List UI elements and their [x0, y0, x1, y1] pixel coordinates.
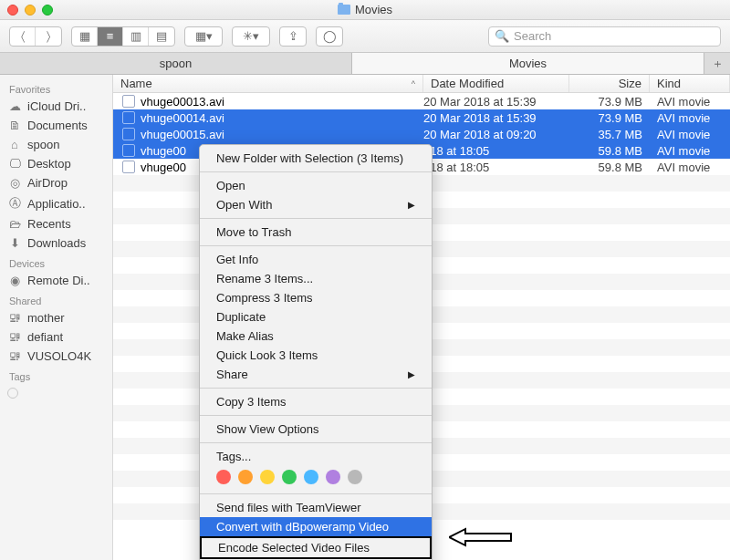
menu-item[interactable]: Convert with dBpoweramp Video: [200, 517, 432, 536]
share-button[interactable]: ⇪: [280, 27, 306, 46]
menu-item[interactable]: Share▶: [200, 365, 432, 384]
menu-separator: [200, 245, 432, 246]
action-button[interactable]: ✳▾: [233, 27, 269, 46]
file-size: 73.9 MB: [569, 111, 650, 125]
tag-color-dot[interactable]: [348, 470, 362, 484]
menu-item[interactable]: Open With▶: [200, 195, 432, 214]
file-name: vhuge00: [141, 144, 186, 158]
back-button[interactable]: 〈: [10, 27, 36, 46]
computer-icon: 🖳: [7, 349, 22, 363]
menu-item[interactable]: Send files with TeamViewer: [200, 498, 432, 517]
sidebar-item-desktop[interactable]: 🖵Desktop: [0, 154, 112, 173]
arrange-button[interactable]: ▦▾: [185, 27, 222, 46]
sidebar-item-documents[interactable]: 🗎Documents: [0, 116, 112, 135]
menu-separator: [200, 218, 432, 219]
gallery-view-button[interactable]: ▤: [149, 27, 174, 46]
file-date: 018 at 18:05: [423, 144, 569, 158]
search-placeholder: Search: [514, 29, 551, 43]
tag-color-dot[interactable]: [282, 470, 297, 484]
menu-item[interactable]: Quick Look 3 Items: [200, 346, 432, 365]
menu-separator: [200, 493, 432, 494]
menu-item[interactable]: Compress 3 Items: [200, 288, 432, 307]
sidebar-item-defiant[interactable]: 🖳defiant: [0, 327, 112, 347]
submenu-arrow-icon: ▶: [408, 200, 415, 210]
forward-button[interactable]: 〉: [36, 27, 61, 46]
menu-item[interactable]: Move to Trash: [200, 223, 432, 242]
menu-separator: [200, 442, 432, 443]
titlebar: Movies: [0, 0, 730, 20]
nav-back-forward: 〈 〉: [9, 26, 62, 47]
file-row[interactable]: vhuge00014.avi20 Mar 2018 at 15:3973.9 M…: [113, 109, 730, 126]
window-title-text: Movies: [355, 3, 392, 16]
menu-item[interactable]: Tags...: [200, 447, 432, 466]
sidebar-item-downloads[interactable]: ⬇Downloads: [0, 233, 112, 253]
column-header-size[interactable]: Size: [569, 75, 650, 92]
icon-view-button[interactable]: ▦: [72, 27, 98, 46]
menu-separator: [200, 388, 432, 389]
action-group: ✳▾: [232, 26, 270, 47]
window-title: Movies: [0, 3, 730, 16]
menu-item[interactable]: Open: [200, 176, 432, 195]
sidebar-item-remote-disk[interactable]: ◉Remote Di..: [0, 271, 112, 290]
column-view-button[interactable]: ▥: [123, 27, 149, 46]
tags-button[interactable]: ◯: [317, 27, 342, 46]
tag-dot[interactable]: [7, 388, 18, 399]
list-view-button[interactable]: ≡: [98, 27, 123, 46]
menu-separator: [200, 171, 432, 172]
search-input[interactable]: 🔍 Search: [488, 26, 721, 47]
menu-item[interactable]: New Folder with Selection (3 Items): [200, 149, 432, 168]
sidebar-item-mother[interactable]: 🖳mother: [0, 308, 112, 327]
file-name: vhuge00013.avi: [141, 95, 224, 109]
sidebar-item-applications[interactable]: ⒶApplicatio..: [0, 192, 112, 214]
file-icon: [122, 161, 135, 173]
menu-item[interactable]: Show View Options: [200, 420, 432, 439]
toolbar: 〈 〉 ▦ ≡ ▥ ▤ ▦▾ ✳▾ ⇪ ◯ 🔍 Search: [0, 20, 730, 53]
sort-asc-icon: ^: [412, 79, 415, 88]
column-header-name[interactable]: Name^: [113, 75, 423, 92]
tag-color-dot[interactable]: [304, 470, 318, 484]
menu-item[interactable]: Copy 3 Items: [200, 392, 432, 411]
computer-icon: 🖳: [7, 311, 22, 325]
tag-color-row: [0, 384, 112, 402]
apps-icon: Ⓐ: [7, 195, 22, 212]
file-name: vhuge00: [141, 161, 186, 174]
tag-color-dot[interactable]: [238, 470, 253, 484]
file-size: 35.7 MB: [569, 128, 650, 141]
sidebar-item-recents[interactable]: 🗁Recents: [0, 214, 112, 233]
tab-movies[interactable]: Movies: [352, 53, 704, 74]
column-header-kind[interactable]: Kind: [650, 75, 730, 92]
menu-item[interactable]: Encode Selected Video Files: [200, 536, 432, 559]
new-tab-button[interactable]: ＋: [704, 53, 730, 74]
tags-header: Tags: [0, 366, 112, 384]
tab-bar: spoon Movies ＋: [0, 53, 730, 75]
file-date: 20 Mar 2018 at 15:39: [423, 111, 569, 125]
airdrop-icon: ◎: [7, 176, 22, 190]
svg-marker-0: [449, 529, 511, 545]
file-date: 018 at 18:05: [423, 161, 569, 174]
share-group: ⇪: [279, 26, 307, 47]
column-header-row: Name^ Date Modified Size Kind: [113, 75, 730, 93]
file-name: vhuge00015.avi: [141, 128, 224, 141]
file-kind: AVI movie: [650, 128, 730, 141]
sidebar-item-airdrop[interactable]: ◎AirDrop: [0, 173, 112, 192]
file-name: vhuge00014.avi: [141, 111, 224, 125]
home-icon: ⌂: [7, 138, 22, 151]
sidebar-item-spoon[interactable]: ⌂spoon: [0, 135, 112, 154]
menu-item[interactable]: Rename 3 Items...: [200, 269, 432, 288]
column-header-date[interactable]: Date Modified: [423, 75, 569, 92]
tag-color-dot[interactable]: [326, 470, 340, 484]
desktop-icon: 🖵: [7, 157, 22, 171]
tab-spoon[interactable]: spoon: [0, 53, 352, 74]
menu-item[interactable]: Duplicate: [200, 307, 432, 327]
file-row[interactable]: vhuge00015.avi20 Mar 2018 at 09:2035.7 M…: [113, 126, 730, 142]
menu-item[interactable]: Get Info: [200, 250, 432, 269]
menu-tag-colors: [200, 466, 432, 490]
file-row[interactable]: vhuge00013.avi20 Mar 2018 at 15:3973.9 M…: [113, 93, 730, 109]
file-icon: [122, 111, 135, 124]
sidebar-item-vusolo4k[interactable]: 🖳VUSOLO4K: [0, 347, 112, 366]
sidebar-item-icloud[interactable]: ☁iCloud Dri..: [0, 97, 112, 116]
tag-color-dot[interactable]: [216, 470, 231, 484]
file-icon: [122, 144, 135, 157]
menu-item[interactable]: Make Alias: [200, 327, 432, 346]
tag-color-dot[interactable]: [260, 470, 275, 484]
